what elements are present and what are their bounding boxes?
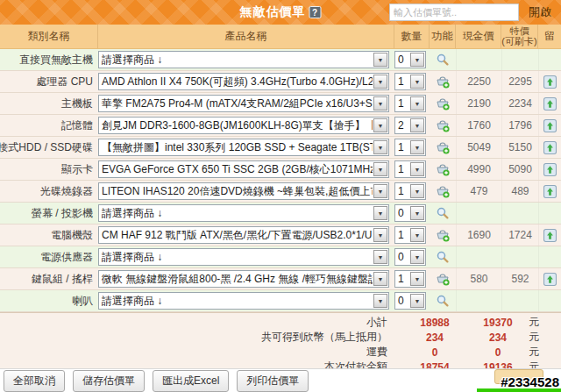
chevron-down-icon[interactable]: ▼ (373, 162, 387, 176)
table-row: 處理器 CPU AMD Athlon II X4 750K(可超頻) 3.4GH… (0, 71, 561, 93)
product-select[interactable]: 創見JM DDR3-1600-8GB(JM1600KLH-8G)單支【搶手】【8… (98, 117, 389, 134)
keep-item-icon[interactable] (543, 119, 557, 132)
cash-price: 1760 (456, 115, 501, 136)
summary-cash-value: 18988 (394, 317, 475, 329)
chevron-down-icon[interactable]: ▼ (373, 184, 387, 198)
column-header-special-line1: 特價 (510, 26, 529, 37)
print-quote-button[interactable]: 列印估價單 (237, 370, 309, 392)
chevron-down-icon[interactable]: ▼ (373, 272, 387, 286)
add-to-cart-icon[interactable] (436, 228, 450, 242)
search-icon[interactable] (436, 53, 450, 67)
product-select[interactable]: AMD Athlon II X4 750K(可超頻) 3.4GHz(Turbo … (98, 73, 389, 90)
quantity-select-value: 1 (395, 141, 404, 153)
product-select-value: 請選擇商品 ↓ (99, 53, 162, 68)
product-select[interactable]: 請選擇商品 ↓ ▼ (98, 248, 389, 266)
chevron-down-icon[interactable]: ▼ (410, 53, 424, 67)
add-to-cart-icon[interactable] (436, 272, 450, 286)
quote-table-body: 直接買無敵主機 請選擇商品 ↓ ▼ 0 ▼ 處理器 CPU AMD Athlon… (0, 49, 561, 312)
product-select[interactable]: EVGA GeForce GTX 650 Ti SSC 2GB (2GB/核心1… (98, 160, 389, 178)
chevron-down-icon[interactable]: ▼ (373, 75, 387, 89)
chevron-down-icon[interactable]: ▼ (410, 294, 424, 308)
summary-cash-value: 0 (394, 346, 475, 359)
quantity-select[interactable]: 1 ▼ (394, 139, 426, 156)
chevron-down-icon[interactable]: ▼ (373, 206, 387, 220)
quantity-select[interactable]: 0 ▼ (394, 51, 426, 68)
chevron-down-icon[interactable]: ▼ (410, 162, 424, 176)
quantity-select[interactable]: 1 ▼ (394, 270, 426, 288)
table-row: 顯示卡 EVGA GeForce GTX 650 Ti SSC 2GB (2GB… (0, 159, 561, 181)
product-select-value: LITEON IHAS120 20倍速DVD燒錄機 ~蜂巢包裝,超低價上市~【搶 (99, 184, 373, 199)
chevron-down-icon[interactable]: ▼ (373, 140, 387, 154)
chevron-down-icon[interactable]: ▼ (410, 140, 424, 154)
chevron-down-icon[interactable]: ▼ (410, 250, 424, 264)
quantity-select[interactable]: 1 ▼ (394, 182, 426, 200)
cash-price (456, 246, 501, 267)
product-select[interactable]: 華擎 FM2A75 Pro4-M (mATX/4支RAM/2組PCIe x16/… (98, 95, 389, 112)
chevron-down-icon[interactable]: ▼ (373, 228, 387, 242)
keep-item-icon[interactable] (543, 185, 557, 198)
quantity-select[interactable]: 1 ▼ (394, 95, 426, 112)
cancel-all-button[interactable]: 全部取消 (4, 370, 65, 392)
column-header-keep: 留 (538, 25, 561, 48)
quantity-select[interactable]: 2 ▼ (394, 117, 426, 134)
help-icon[interactable]: ? (309, 6, 322, 18)
chevron-down-icon[interactable]: ▼ (373, 53, 387, 67)
quantity-select[interactable]: 1 ▼ (394, 226, 426, 244)
add-to-cart-icon[interactable] (436, 118, 450, 132)
add-to-cart-icon[interactable] (436, 162, 450, 176)
add-to-cart-icon[interactable] (436, 184, 450, 198)
search-icon[interactable] (436, 206, 450, 220)
export-excel-button[interactable]: 匯出成Excel (153, 370, 229, 392)
product-select[interactable]: LITEON IHAS120 20倍速DVD燒錄機 ~蜂巢包裝,超低價上市~【搶… (98, 182, 389, 200)
chevron-down-icon[interactable]: ▼ (410, 118, 424, 132)
summary-label: 小計 (0, 315, 394, 330)
add-to-cart-icon[interactable] (436, 140, 450, 154)
search-icon[interactable] (436, 294, 450, 308)
chevron-down-icon[interactable]: ▼ (410, 75, 424, 89)
summary-special-value: 0 (475, 346, 521, 359)
keep-item-icon[interactable] (543, 141, 557, 154)
top-bar: 無敵估價單 ? 開啟 (0, 0, 561, 25)
chevron-down-icon[interactable]: ▼ (410, 272, 424, 286)
add-to-cart-icon[interactable] (436, 75, 450, 89)
quote-number-input[interactable] (389, 4, 519, 21)
keep-item-icon[interactable] (543, 163, 557, 176)
chevron-down-icon[interactable]: ▼ (373, 118, 387, 132)
chevron-down-icon[interactable]: ▼ (410, 228, 424, 242)
column-header-category: 類別名稱 (0, 25, 98, 48)
summary-row: 共可得到欣幣（馬上抵用） 234 234 元 (0, 330, 561, 345)
quantity-select[interactable]: 1 ▼ (394, 160, 426, 178)
summary-special-value: 19370 (475, 317, 521, 329)
search-icon[interactable] (436, 250, 450, 264)
chevron-down-icon[interactable]: ▼ (373, 294, 387, 308)
keep-item-icon[interactable] (543, 97, 557, 110)
chevron-down-icon[interactable]: ▼ (410, 206, 424, 220)
quantity-select[interactable]: 0 ▼ (394, 292, 426, 310)
quantity-select-value: 1 (395, 163, 404, 175)
product-select[interactable]: 請選擇商品 ↓ ▼ (98, 51, 389, 68)
keep-item-icon[interactable] (543, 229, 557, 242)
product-select[interactable]: 請選擇商品 ↓ ▼ (98, 292, 389, 310)
quantity-select[interactable]: 1 ▼ (394, 73, 426, 90)
chevron-down-icon[interactable]: ▼ (373, 250, 387, 264)
chevron-down-icon[interactable]: ▼ (410, 184, 424, 198)
save-quote-button[interactable]: 儲存估價單 (73, 370, 145, 392)
product-select[interactable]: 請選擇商品 ↓ ▼ (98, 204, 389, 222)
keep-item-icon[interactable] (543, 75, 557, 89)
chevron-down-icon[interactable]: ▼ (410, 96, 424, 110)
quantity-select[interactable]: 0 ▼ (394, 204, 426, 222)
product-select-value: 華擎 FM2A75 Pro4-M (mATX/4支RAM/2組PCIe x16/… (99, 96, 373, 111)
green-bar (477, 388, 561, 392)
open-quote-button[interactable]: 開啟 (524, 4, 556, 21)
quantity-select-value: 1 (395, 75, 404, 88)
column-header-func: 功能 (430, 25, 456, 48)
chevron-down-icon[interactable]: ▼ (373, 96, 387, 110)
quantity-select[interactable]: 0 ▼ (394, 248, 426, 266)
special-price: 1724 (501, 225, 538, 246)
product-select[interactable]: 【無敵拼圖】intel 330系列 120GB SSD + Seagate 1T… (98, 139, 389, 156)
add-to-cart-icon[interactable] (436, 96, 450, 110)
summary-unit: 元 (521, 345, 547, 360)
keep-item-icon[interactable] (543, 273, 557, 286)
product-select[interactable]: 微軟 無線鍵盤滑鼠組800-黑 /2.4 GHz 無線 /輕巧無線鍵盤設計 /二… (98, 270, 389, 288)
product-select[interactable]: CM HAF 912 戰鬥版 ATX/黑色/黑化/下置電源/USB2.0*1/U… (98, 226, 389, 244)
